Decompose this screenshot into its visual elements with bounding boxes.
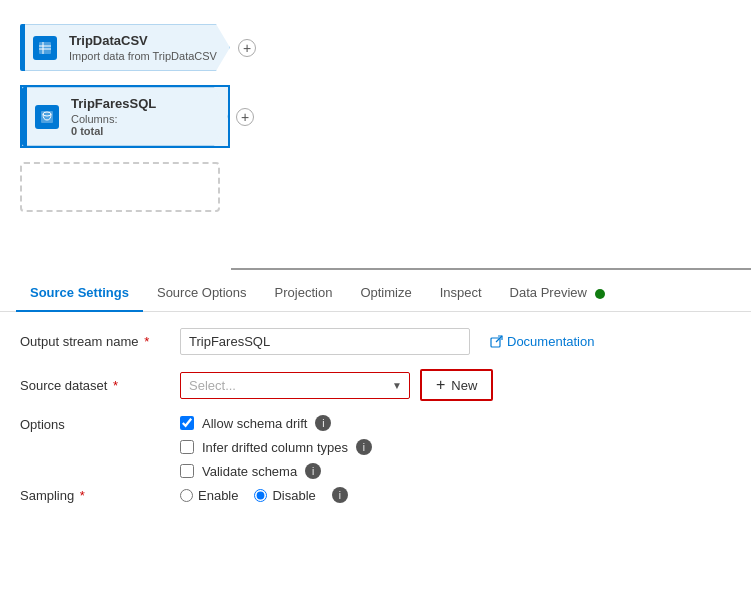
empty-node-placeholder — [20, 162, 220, 212]
source-dataset-row: Source dataset * Select... ▼ + New — [20, 369, 731, 401]
node-left-bar — [20, 24, 25, 71]
node-title-csv: TripDataCSV — [69, 33, 217, 48]
allow-schema-drift-info-icon[interactable]: i — [315, 415, 331, 431]
sampling-enable-label: Enable — [198, 488, 238, 503]
sampling-control: Enable Disable i — [180, 487, 731, 503]
allow-schema-drift-row: Allow schema drift i — [180, 415, 372, 431]
node-content-csv: TripDataCSV Import data from TripDataCSV — [69, 33, 217, 62]
options-checkboxes: Allow schema drift i Infer drifted colum… — [180, 415, 372, 479]
node-body-sql: TripFaresSQL Columns: 0 total — [27, 87, 228, 146]
tab-source-options[interactable]: Source Options — [143, 275, 261, 312]
allow-schema-drift-label: Allow schema drift — [202, 416, 307, 431]
tab-inspect[interactable]: Inspect — [426, 275, 496, 312]
output-stream-name-input[interactable] — [180, 328, 470, 355]
required-star-1: * — [144, 334, 149, 349]
node-subtitle-csv: Import data from TripDataCSV — [69, 50, 217, 62]
sampling-disable-item: Disable — [254, 488, 315, 503]
allow-schema-drift-checkbox[interactable] — [180, 416, 194, 430]
data-preview-dot — [595, 289, 605, 299]
required-star-3: * — [80, 488, 85, 503]
tab-optimize[interactable]: Optimize — [346, 275, 425, 312]
infer-drifted-label: Infer drifted column types — [202, 440, 348, 455]
sampling-enable-item: Enable — [180, 488, 238, 503]
external-link-icon — [490, 335, 503, 348]
svg-rect-0 — [39, 42, 51, 54]
svg-rect-4 — [41, 111, 53, 123]
sampling-info-icon[interactable]: i — [332, 487, 348, 503]
sampling-disable-radio[interactable] — [254, 489, 267, 502]
sampling-radio-group: Enable Disable i — [180, 487, 348, 503]
sampling-row: Sampling * Enable Disable i — [20, 487, 731, 503]
validate-schema-info-icon[interactable]: i — [305, 463, 321, 479]
validate-schema-label: Validate schema — [202, 464, 297, 479]
tab-projection[interactable]: Projection — [261, 275, 347, 312]
node-trip-fares-sql[interactable]: TripFaresSQL Columns: 0 total + — [20, 85, 230, 148]
source-dataset-select-wrapper: Select... ▼ — [180, 372, 410, 399]
svg-line-7 — [496, 336, 502, 342]
validate-schema-checkbox[interactable] — [180, 464, 194, 478]
node-icon-sql — [35, 105, 59, 129]
new-dataset-button[interactable]: + New — [420, 369, 493, 401]
infer-drifted-row: Infer drifted column types i — [180, 439, 372, 455]
sampling-enable-radio[interactable] — [180, 489, 193, 502]
bottom-panel: Source Settings Source Options Projectio… — [0, 275, 751, 611]
options-row: Options Allow schema drift i Infer drift… — [20, 415, 731, 479]
add-connection-btn-csv[interactable]: + — [238, 39, 256, 57]
infer-drifted-checkbox[interactable] — [180, 440, 194, 454]
options-label: Options — [20, 415, 180, 432]
columns-label: Columns: — [71, 113, 117, 125]
sampling-disable-label: Disable — [272, 488, 315, 503]
node-left-bar-sql — [22, 87, 27, 146]
node-subtitle-sql: Columns: 0 total — [71, 113, 215, 137]
documentation-link[interactable]: Documentation — [490, 334, 594, 349]
node-icon-csv — [33, 36, 57, 60]
node-body: TripDataCSV Import data from TripDataCSV — [25, 24, 230, 71]
tab-source-settings[interactable]: Source Settings — [16, 275, 143, 312]
source-dataset-control: Select... ▼ + New — [180, 369, 731, 401]
output-stream-name-row: Output stream name * Documentation — [20, 328, 731, 355]
plus-icon: + — [436, 376, 445, 394]
node-trip-data-csv[interactable]: TripDataCSV Import data from TripDataCSV… — [20, 24, 230, 71]
tab-data-preview[interactable]: Data Preview — [496, 275, 619, 312]
columns-value: 0 total — [71, 125, 103, 137]
node-title-sql: TripFaresSQL — [71, 96, 215, 111]
source-dataset-label: Source dataset * — [20, 378, 180, 393]
source-dataset-select[interactable]: Select... — [180, 372, 410, 399]
infer-drifted-info-icon[interactable]: i — [356, 439, 372, 455]
add-connection-btn-sql[interactable]: + — [236, 108, 254, 126]
output-stream-name-control: Documentation — [180, 328, 731, 355]
output-stream-name-label: Output stream name * — [20, 334, 180, 349]
validate-schema-row: Validate schema i — [180, 463, 372, 479]
node-content-sql: TripFaresSQL Columns: 0 total — [71, 96, 215, 137]
sampling-label: Sampling * — [20, 488, 180, 503]
tab-bar: Source Settings Source Options Projectio… — [0, 275, 751, 312]
required-star-2: * — [113, 378, 118, 393]
panel-divider — [231, 268, 751, 270]
settings-form: Output stream name * Documentation Sourc… — [0, 312, 751, 533]
